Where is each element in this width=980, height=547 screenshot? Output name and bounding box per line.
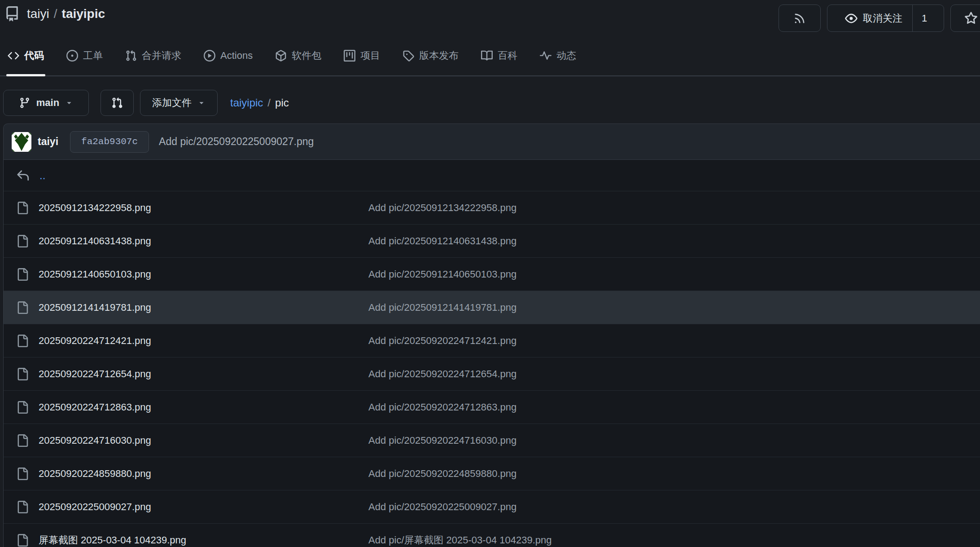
unwatch-button[interactable]: 取消关注 1 (827, 4, 944, 32)
file-commit-message-link[interactable]: Add pic/屏幕截图 2025-03-04 104239.png (368, 534, 980, 547)
file-icon (16, 335, 29, 347)
tab-releases[interactable]: 版本发布 (401, 36, 460, 75)
tab-label: 合并请求 (142, 49, 181, 62)
commit-message-link[interactable]: Add pic/20250920225009027.png (159, 136, 314, 148)
file-commit-message-link[interactable]: Add pic/20250912141419781.png (368, 302, 980, 313)
add-file-label: 添加文件 (152, 96, 192, 110)
file-browser-panel: taiyi fa2ab9307c Add pic/202509202250090… (3, 124, 980, 547)
tab-label: 代码 (24, 49, 44, 62)
file-name-link[interactable]: 屏幕截图 2025-03-04 104239.png (39, 534, 186, 547)
rss-feed-button[interactable] (779, 4, 821, 32)
file-name-link[interactable]: 20250920224712654.png (39, 368, 151, 380)
tab-label: 版本发布 (419, 49, 459, 62)
file-name-link[interactable]: 20250912141419781.png (39, 302, 151, 313)
table-row[interactable]: 20250912134222958.png Add pic/2025091213… (4, 191, 980, 225)
file-icon (16, 268, 29, 281)
file-name-link[interactable]: 20250920224712863.png (39, 401, 151, 413)
tab-packages[interactable]: 软件包 (274, 36, 323, 75)
compare-branches-button[interactable] (101, 90, 134, 116)
star-icon (964, 12, 978, 25)
file-icon (16, 434, 29, 447)
repo-owner-link[interactable]: taiyi (27, 7, 49, 21)
file-name-link[interactable]: 20250912134222958.png (39, 202, 151, 214)
chevron-down-icon (197, 99, 206, 107)
play-circle-icon (204, 50, 215, 62)
file-commit-message-link[interactable]: Add pic/20250920224712421.png (368, 335, 980, 347)
tab-label: 百科 (498, 49, 517, 62)
commit-hash-link[interactable]: fa2ab9307c (70, 131, 149, 153)
file-commit-message-link[interactable]: Add pic/20250920224859880.png (368, 468, 980, 480)
tab-pull-requests[interactable]: 合并请求 (124, 36, 183, 75)
parent-directory-row[interactable]: .. (4, 160, 980, 191)
breadcrumb-current-dir: pic (275, 97, 289, 109)
package-icon (275, 50, 287, 62)
branch-selector-button[interactable]: main (3, 90, 89, 116)
table-row[interactable]: 20250920224859880.png Add pic/2025092022… (4, 457, 980, 490)
file-icon (16, 202, 29, 214)
file-icon (16, 301, 29, 314)
file-name-link[interactable]: 20250920224712421.png (39, 335, 151, 347)
tab-label: 动态 (556, 49, 576, 62)
return-icon (16, 169, 30, 182)
file-name-link[interactable]: 20250920224716030.png (39, 435, 151, 446)
file-commit-message-link[interactable]: Add pic/20250920224716030.png (368, 435, 980, 446)
file-commit-message-link[interactable]: Add pic/20250912134222958.png (368, 202, 980, 214)
file-commit-message-link[interactable]: Add pic/20250920224712863.png (368, 401, 980, 413)
file-icon (16, 534, 29, 547)
pulse-icon (540, 50, 551, 62)
star-button[interactable] (950, 4, 980, 32)
tab-projects[interactable]: 项目 (342, 36, 381, 75)
file-commit-message-link[interactable]: Add pic/20250920225009027.png (368, 501, 980, 513)
table-row[interactable]: 20250912140631438.png Add pic/2025091214… (4, 225, 980, 258)
file-commit-message-link[interactable]: Add pic/20250912140631438.png (368, 235, 980, 247)
breadcrumb: taiyipic / pic (230, 97, 289, 109)
tab-wiki[interactable]: 百科 (480, 36, 519, 75)
code-icon (8, 50, 19, 62)
table-row[interactable]: 20250920224712654.png Add pic/2025092022… (4, 357, 980, 391)
file-toolbar: main 添加文件 taiyipic / pic (0, 90, 980, 116)
file-name-link[interactable]: 20250912140650103.png (39, 269, 151, 280)
tab-actions[interactable]: Actions (202, 36, 254, 75)
file-commit-message-link[interactable]: Add pic/20250920224712654.png (368, 368, 980, 380)
breadcrumb-repo-link[interactable]: taiyipic (230, 97, 263, 109)
unwatch-label: 取消关注 (863, 12, 902, 25)
repo-tab-bar: 代码 工单 合并请求 Actions 软件包 项目 版本发布 (0, 36, 980, 76)
file-commit-message-link[interactable]: Add pic/20250912140650103.png (368, 269, 980, 280)
commit-author-link[interactable]: taiyi (38, 136, 58, 148)
table-row[interactable]: 20250920225009027.png Add pic/2025092022… (4, 490, 980, 524)
parent-directory-link[interactable]: .. (39, 169, 45, 182)
file-name-link[interactable]: 20250920225009027.png (39, 501, 151, 513)
tab-activity[interactable]: 动态 (538, 36, 578, 75)
file-icon (16, 468, 29, 480)
file-name-link[interactable]: 20250920224859880.png (39, 468, 151, 480)
file-icon (16, 368, 29, 380)
tag-icon (402, 50, 414, 62)
table-row[interactable]: 20250920224712421.png Add pic/2025092022… (4, 324, 980, 357)
table-row[interactable]: 20250912141419781.png Add pic/2025091214… (4, 291, 980, 324)
branch-name: main (36, 97, 59, 109)
avatar[interactable] (12, 132, 31, 152)
file-rows: 20250912134222958.png Add pic/2025091213… (4, 191, 980, 547)
file-table: .. 20250912134222958.png Add pic/2025091… (3, 159, 980, 547)
repo-name-link[interactable]: taiyipic (62, 7, 105, 21)
file-icon (16, 235, 29, 247)
repo-header: taiyi/taiyipic 取消关注 1 (0, 0, 980, 36)
table-row[interactable]: 20250920224712863.png Add pic/2025092022… (4, 391, 980, 424)
table-row[interactable]: 屏幕截图 2025-03-04 104239.png Add pic/屏幕截图 … (4, 524, 980, 547)
table-row[interactable]: 20250920224716030.png Add pic/2025092022… (4, 424, 980, 457)
repo-icon (4, 6, 20, 22)
table-row[interactable]: 20250912140650103.png Add pic/2025091214… (4, 258, 980, 291)
add-file-dropdown-button[interactable]: 添加文件 (140, 90, 218, 116)
project-icon (344, 50, 355, 62)
title-separator: / (54, 7, 57, 21)
tab-label: 项目 (360, 49, 380, 62)
file-name-link[interactable]: 20250912140631438.png (39, 235, 151, 247)
tab-issues[interactable]: 工单 (65, 36, 104, 75)
file-icon (16, 401, 29, 414)
tab-code[interactable]: 代码 (6, 36, 45, 75)
latest-commit-bar: taiyi fa2ab9307c Add pic/202509202250090… (3, 124, 980, 159)
tab-label: Actions (220, 50, 253, 62)
git-pull-request-icon (125, 50, 137, 62)
watch-count-badge[interactable]: 1 (912, 5, 936, 31)
breadcrumb-separator: / (267, 97, 271, 109)
